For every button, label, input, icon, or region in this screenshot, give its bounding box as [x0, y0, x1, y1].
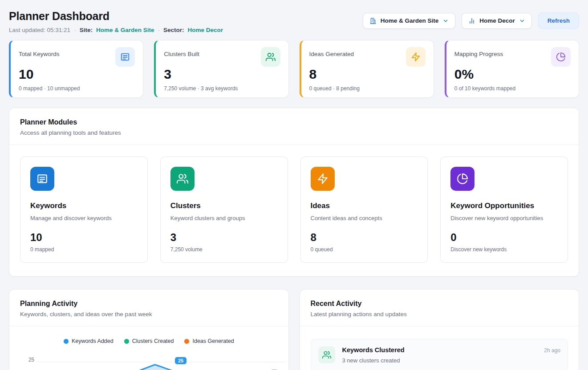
activity-item-body: Keywords Clustered 3 new clusters create…	[342, 346, 405, 364]
divider	[9, 326, 288, 326]
planner-dashboard-page: Planner Dashboard Last updated: 05:31:21…	[0, 0, 588, 370]
module-detail: 0 queued	[311, 246, 418, 253]
stat-value: 3	[164, 67, 280, 81]
module-description: Content ideas and concepts	[311, 215, 418, 221]
module-cards-row: Keywords Manage and discover keywords 10…	[9, 145, 579, 276]
stat-detail: 0 of 10 keywords mapped	[454, 85, 571, 92]
site-selector-label: Home & Garden Site	[381, 17, 439, 24]
line-chart-svg	[37, 350, 286, 370]
legend-item-clusters-created: Clusters Created	[124, 338, 174, 344]
card-subtitle: Latest planning actions and updates	[311, 311, 568, 318]
bar-chart-icon	[468, 17, 475, 24]
module-card-clusters[interactable]: Clusters Keyword clusters and groups 3 7…	[160, 157, 288, 263]
planner-modules-header: Planner Modules Access all planning tool…	[9, 108, 579, 145]
header-meta: Last updated: 05:31:21 · Site: Home & Ga…	[9, 27, 223, 33]
building-icon	[369, 17, 377, 24]
sector-selector-dropdown[interactable]: Home Decor	[462, 13, 532, 29]
stat-detail: 7,250 volume · 3 avg keywords	[164, 85, 280, 92]
stat-label: Total Keywords	[19, 47, 60, 57]
pie-chart-icon	[551, 47, 571, 67]
activity-item-title: Keywords Clustered	[342, 346, 405, 354]
pie-chart-icon	[450, 167, 474, 191]
module-card-keywords[interactable]: Keywords Manage and discover keywords 10…	[20, 157, 148, 263]
site-link[interactable]: Home & Garden Site	[96, 27, 154, 33]
lightning-icon	[406, 47, 426, 67]
module-description: Manage and discover keywords	[30, 215, 138, 221]
divider	[300, 326, 579, 326]
module-value: 0	[450, 231, 558, 244]
module-title: Clusters	[170, 201, 278, 210]
card-title: Recent Activity	[311, 300, 568, 308]
bottom-row: Planning Activity Keywords, clusters, an…	[9, 289, 579, 370]
stat-card-clusters-built: Clusters Built 3 7,250 volume · 3 avg ke…	[154, 40, 288, 98]
data-point-label: 25	[175, 357, 187, 364]
meta-separator: ·	[74, 27, 76, 33]
module-title: Ideas	[311, 201, 418, 210]
planner-modules-panel: Planner Modules Access all planning tool…	[9, 108, 579, 277]
site-selector-dropdown[interactable]: Home & Garden Site	[363, 13, 456, 29]
stat-card-mapping-progress: Mapping Progress 0% 0 of 10 keywords map…	[445, 40, 579, 98]
planning-activity-card: Planning Activity Keywords, clusters, an…	[9, 289, 289, 370]
card-title: Planning Activity	[20, 300, 278, 308]
stat-label: Clusters Built	[164, 47, 199, 57]
header-left: Planner Dashboard Last updated: 05:31:21…	[9, 10, 223, 33]
activity-chart: 25 25 24	[9, 350, 288, 370]
lightning-icon	[311, 167, 335, 191]
module-detail: Discover new keywords	[450, 246, 558, 253]
recent-activity-card: Recent Activity Latest planning actions …	[300, 289, 580, 370]
sector-selector-label: Home Decor	[479, 17, 515, 24]
stat-label: Ideas Generated	[309, 47, 354, 57]
module-title: Keywords	[30, 201, 138, 210]
panel-subtitle: Access all planning tools and features	[20, 129, 568, 136]
chart-legend: Keywords Added Clusters Created Ideas Ge…	[9, 338, 288, 344]
users-icon	[261, 47, 280, 67]
legend-item-keywords-added: Keywords Added	[64, 338, 114, 344]
module-card-keyword-opportunities[interactable]: Keyword Opportunities Discover new keywo…	[440, 157, 568, 263]
refresh-button[interactable]: Refresh	[538, 12, 579, 29]
module-detail: 0 mapped	[30, 246, 138, 253]
legend-dot-icon	[64, 339, 69, 344]
list-icon	[115, 47, 135, 67]
sector-link[interactable]: Home Decor	[187, 27, 223, 33]
list-icon	[30, 167, 54, 191]
activity-item-timestamp: 2h ago	[544, 346, 560, 354]
stat-card-ideas-generated: Ideas Generated 8 0 queued · 8 pending	[300, 40, 434, 98]
stat-value: 10	[19, 67, 135, 81]
stat-detail: 0 mapped · 10 unmapped	[19, 85, 135, 92]
last-updated-text: Last updated: 05:31:21	[9, 27, 70, 33]
legend-label: Ideas Generated	[192, 338, 234, 344]
planning-activity-header: Planning Activity Keywords, clusters, an…	[9, 290, 288, 326]
stat-label: Mapping Progress	[454, 47, 503, 57]
module-description: Discover new keyword opportunities	[450, 215, 558, 221]
module-description: Keyword clusters and groups	[170, 215, 278, 221]
chevron-down-icon	[519, 18, 525, 24]
module-value: 10	[30, 231, 138, 244]
stat-value: 8	[309, 67, 426, 81]
panel-title: Planner Modules	[20, 118, 568, 126]
module-value: 8	[311, 231, 418, 244]
module-value: 3	[170, 231, 278, 244]
y-axis-tick: 25	[23, 357, 34, 363]
page-header: Planner Dashboard Last updated: 05:31:21…	[0, 0, 588, 33]
users-icon	[170, 167, 195, 191]
stat-card-total-keywords: Total Keywords 10 0 mapped · 10 unmapped	[9, 40, 143, 98]
stat-value: 0%	[454, 67, 571, 81]
module-detail: 7,250 volume	[170, 246, 278, 253]
card-subtitle: Keywords, clusters, and ideas over the p…	[20, 311, 278, 318]
chevron-down-icon	[442, 18, 449, 24]
legend-label: Keywords Added	[72, 338, 114, 344]
legend-dot-icon	[184, 339, 189, 344]
activity-list-item: Keywords Clustered 3 new clusters create…	[311, 339, 568, 370]
header-controls: Home & Garden Site Home Decor Refresh	[363, 10, 579, 29]
legend-item-ideas-generated: Ideas Generated	[184, 338, 234, 344]
users-icon	[318, 346, 335, 363]
module-title: Keyword Opportunities	[450, 201, 558, 210]
legend-label: Clusters Created	[132, 338, 174, 344]
module-card-ideas[interactable]: Ideas Content ideas and concepts 8 0 que…	[300, 157, 428, 263]
sector-label: Sector:	[163, 27, 184, 33]
page-title: Planner Dashboard	[9, 10, 223, 23]
stat-cards-row: Total Keywords 10 0 mapped · 10 unmapped…	[0, 33, 588, 98]
stat-detail: 0 queued · 8 pending	[309, 85, 426, 92]
recent-activity-header: Recent Activity Latest planning actions …	[300, 290, 579, 326]
activity-item-description: 3 new clusters created	[342, 357, 405, 364]
